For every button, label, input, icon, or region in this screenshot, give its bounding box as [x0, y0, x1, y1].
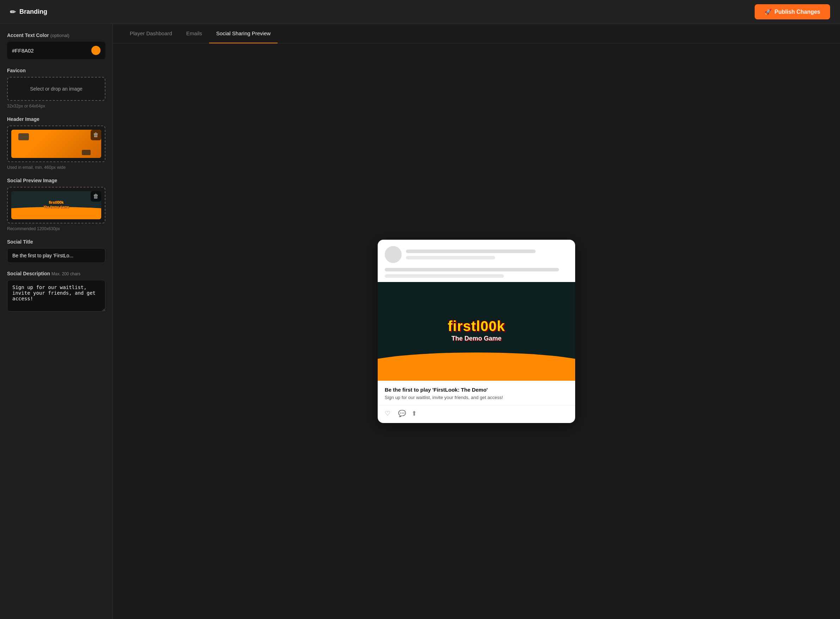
header-image-dropzone[interactable]: 🗑	[7, 126, 105, 162]
main-layout: Accent Text Color (optional) #FF8A02 Fav…	[0, 24, 840, 619]
social-desc-textarea[interactable]: Sign up for our waitlist, invite your fr…	[7, 280, 105, 312]
favicon-label: Favicon	[7, 68, 105, 73]
social-card-header	[378, 240, 575, 268]
social-card-actions: ♡ 💬 ⬆	[378, 405, 575, 423]
header-image-preview	[11, 130, 101, 158]
name-lines	[406, 250, 568, 259]
tab-player-dashboard[interactable]: Player Dashboard	[123, 24, 179, 43]
accent-color-input-row[interactable]: #FF8A02	[7, 42, 105, 59]
social-title-label: Social Title	[7, 239, 105, 245]
social-desc-label: Social Description Max. 200 chars	[7, 271, 105, 277]
body-line-1	[385, 268, 559, 271]
caption-desc: Sign up for our waitlist, invite your fr…	[385, 395, 568, 400]
tabs-bar: Player Dashboard Emails Social Sharing P…	[113, 24, 840, 43]
social-preview-image-preview: firstl00kThe Demo Game	[11, 191, 101, 219]
header-image-hint: Used in email, min. 460px wide	[7, 165, 105, 170]
social-preview-image-hint: Recommended 1200x630px	[7, 226, 105, 231]
name-line-2	[406, 256, 495, 259]
social-card-body-lines	[378, 268, 575, 282]
like-icon[interactable]: ♡	[385, 410, 392, 417]
header-image-delete-button[interactable]: 🗑	[91, 130, 101, 140]
pencil-icon: ✏	[10, 8, 16, 16]
color-swatch[interactable]	[91, 46, 100, 55]
accent-color-field[interactable]: #FF8A02	[12, 48, 87, 54]
logo-text-main: firstl00k	[448, 318, 505, 334]
body-line-2	[385, 274, 504, 278]
topbar: ✏ Branding 🚀 Publish Changes	[0, 0, 840, 24]
social-card-caption: Be the first to play 'FirstLook: The Dem…	[378, 381, 575, 405]
favicon-drop-zone[interactable]: Select or drop an image	[7, 77, 105, 101]
tab-emails[interactable]: Emails	[179, 24, 209, 43]
comment-icon[interactable]: 💬	[398, 410, 406, 417]
publish-button[interactable]: 🚀 Publish Changes	[755, 4, 830, 19]
left-panel: Accent Text Color (optional) #FF8A02 Fav…	[0, 24, 113, 619]
preview-area: firstl00k The Demo Game Be the first to …	[113, 43, 840, 619]
social-preview-image-dropzone[interactable]: firstl00kThe Demo Game 🗑	[7, 187, 105, 223]
social-desc-maxchars: Max. 200 chars	[51, 271, 81, 277]
right-panel: Player Dashboard Emails Social Sharing P…	[113, 24, 840, 619]
social-title-input[interactable]: Be the first to play 'FirstLo...	[7, 248, 105, 263]
logo-text-sub: The Demo Game	[448, 335, 505, 342]
name-line-1	[406, 250, 536, 253]
social-card-wave	[378, 353, 575, 381]
social-card-logo: firstl00k The Demo Game	[448, 318, 505, 342]
caption-title: Be the first to play 'FirstLook: The Dem…	[385, 387, 568, 393]
favicon-hint: 32x32px or 64x64px	[7, 104, 105, 109]
accent-color-label: Accent Text Color (optional)	[7, 33, 105, 38]
favicon-drop-text: Select or drop an image	[30, 86, 82, 92]
social-preview-image-label: Social Preview Image	[7, 178, 105, 183]
social-card-image: firstl00k The Demo Game	[378, 282, 575, 381]
tab-social-sharing-preview[interactable]: Social Sharing Preview	[209, 24, 277, 43]
rocket-icon: 🚀	[765, 9, 771, 15]
topbar-branding: ✏ Branding	[10, 8, 47, 16]
header-image-inner	[11, 130, 101, 158]
social-preview-logo-text: firstl00kThe Demo Game	[43, 200, 69, 209]
accent-optional: (optional)	[51, 33, 69, 38]
avatar	[385, 246, 402, 263]
publish-label: Publish Changes	[774, 9, 820, 15]
share-icon[interactable]: ⬆	[412, 410, 419, 417]
header-image-label: Header Image	[7, 116, 105, 122]
social-preview-image-delete-button[interactable]: 🗑	[91, 191, 101, 202]
social-card: firstl00k The Demo Game Be the first to …	[378, 240, 575, 423]
page-title: Branding	[19, 8, 47, 15]
social-img-wave	[11, 207, 101, 219]
